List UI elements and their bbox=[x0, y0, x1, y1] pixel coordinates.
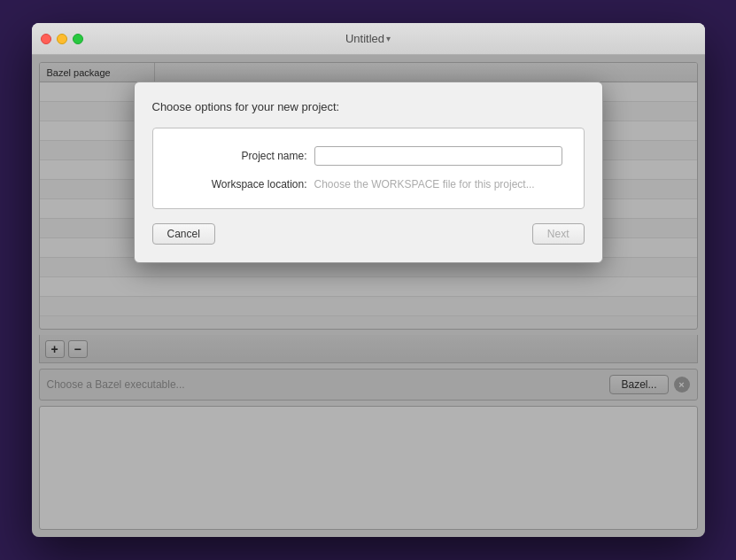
cancel-button[interactable]: Cancel bbox=[152, 223, 215, 245]
modal-form: Project name: Workspace location: Choose… bbox=[152, 128, 585, 209]
minimize-button[interactable] bbox=[57, 34, 67, 44]
main-window: Untitled ▾ Bazel package bbox=[32, 23, 705, 537]
titlebar: Untitled ▾ bbox=[32, 23, 705, 55]
traffic-lights bbox=[41, 34, 83, 44]
modal-title: Choose options for your new project: bbox=[152, 100, 585, 113]
modal-overlay: Choose options for your new project: Pro… bbox=[32, 55, 705, 537]
close-button[interactable] bbox=[41, 34, 51, 44]
window-title: Untitled bbox=[345, 32, 384, 45]
modal-buttons: Cancel Next bbox=[152, 223, 585, 245]
project-name-row: Project name: bbox=[174, 146, 562, 166]
workspace-location-row: Workspace location: Choose the WORKSPACE… bbox=[174, 178, 562, 191]
workspace-location-placeholder[interactable]: Choose the WORKSPACE file for this proje… bbox=[314, 178, 562, 191]
workspace-location-label: Workspace location: bbox=[174, 178, 307, 191]
new-project-dialog: Choose options for your new project: Pro… bbox=[134, 82, 603, 263]
window-content: Bazel package + − Cho bbox=[32, 55, 705, 537]
maximize-button[interactable] bbox=[73, 34, 83, 44]
title-dropdown-icon[interactable]: ▾ bbox=[386, 34, 391, 43]
next-button[interactable]: Next bbox=[532, 223, 585, 245]
project-name-input[interactable] bbox=[314, 146, 562, 166]
project-name-label: Project name: bbox=[174, 150, 307, 162]
